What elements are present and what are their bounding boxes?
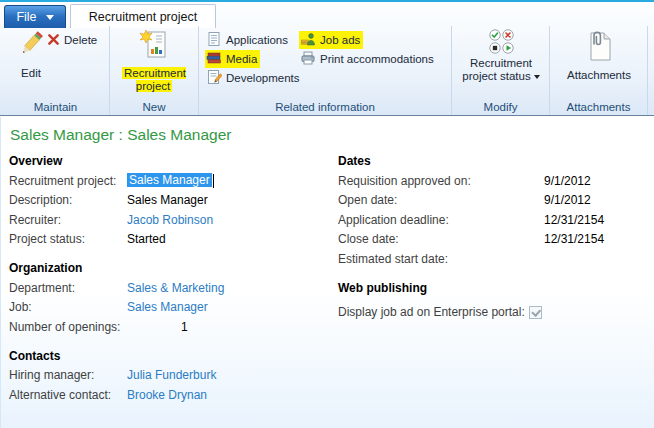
ribbon-group-modify: Recruitment project status Modify xyxy=(452,26,550,115)
tab-label: Recruitment project xyxy=(89,10,197,24)
delete-button-label: Delete xyxy=(64,34,97,46)
ribbon-group-maintain: Edit Delete Maintain xyxy=(2,26,110,115)
selected-text: Sales Manager xyxy=(127,173,212,187)
print-accommodations-label: Print accommodations xyxy=(320,53,434,65)
job-ads-button[interactable]: Job ads xyxy=(299,31,363,49)
field-label: Open date: xyxy=(338,193,544,207)
job-ads-icon xyxy=(300,31,316,49)
right-column: Dates Requisition approved on: 9/1/2012 … xyxy=(338,152,650,322)
field-recruitment-project: Recruitment project: Sales Manager xyxy=(9,171,331,191)
web-publishing-header: Web publishing xyxy=(338,279,650,298)
status-start-icon xyxy=(502,42,514,54)
field-value: 9/1/2012 xyxy=(544,174,591,188)
field-requisition-approved-on: Requisition approved on: 9/1/2012 xyxy=(338,171,650,191)
printer-icon xyxy=(300,50,316,68)
field-value: Started xyxy=(127,232,166,246)
new-project-document-icon xyxy=(138,29,170,64)
dates-header: Dates xyxy=(338,152,650,171)
attachments-button[interactable]: Attachments xyxy=(563,29,635,82)
field-open-date: Open date: 9/1/2012 xyxy=(338,191,650,211)
status-button-label: Recruitment project status xyxy=(462,57,532,82)
field-alternative-contact: Alternative contact: Brooke Drynan xyxy=(9,385,331,405)
field-label: Job: xyxy=(9,300,127,314)
recruiter-link[interactable]: Jacob Robinson xyxy=(127,213,213,227)
field-label: Hiring manager: xyxy=(9,368,127,382)
attachments-button-label: Attachments xyxy=(567,69,631,82)
field-display-job-ad: Display job ad on Enterprise portal: xyxy=(338,303,650,323)
field-number-of-openings: Number of openings: 1 xyxy=(9,317,331,337)
new-recruitment-project-button[interactable]: Recruitment project xyxy=(115,29,193,93)
hiring-manager-link[interactable]: Julia Funderburk xyxy=(127,368,216,382)
ribbon: Edit Delete Maintain Recruitment xyxy=(0,26,654,116)
delete-button[interactable]: Delete xyxy=(46,31,100,49)
developments-document-pencil-icon xyxy=(206,69,222,87)
field-recruiter: Recruiter: Jacob Robinson xyxy=(9,210,331,230)
group-label-new: New xyxy=(110,101,198,113)
field-application-deadline: Application deadline: 12/31/2154 xyxy=(338,210,650,230)
paperclip-document-icon xyxy=(584,29,614,66)
field-value: 9/1/2012 xyxy=(544,193,591,207)
media-button[interactable]: Media xyxy=(205,50,260,68)
status-cancel-icon xyxy=(502,29,514,41)
field-label: Project status: xyxy=(9,232,127,246)
field-description: Description: Sales Manager xyxy=(9,191,331,211)
field-label: Close date: xyxy=(338,232,544,246)
field-value: 12/31/2154 xyxy=(544,213,604,227)
file-menu-label: File xyxy=(16,10,36,24)
file-menu-button[interactable]: File xyxy=(4,5,66,28)
display-job-ad-checkbox xyxy=(529,306,542,319)
job-link[interactable]: Sales Manager xyxy=(127,300,208,314)
field-label: Application deadline: xyxy=(338,213,544,227)
field-hiring-manager: Hiring manager: Julia Funderburk xyxy=(9,366,331,386)
field-estimated-start-date: Estimated start date: xyxy=(338,249,650,269)
delete-x-icon xyxy=(47,33,60,48)
field-value[interactable]: Sales Manager xyxy=(127,193,208,207)
media-label: Media xyxy=(226,53,257,65)
department-link[interactable]: Sales & Marketing xyxy=(127,281,224,295)
applications-label: Applications xyxy=(226,34,288,46)
media-books-icon xyxy=(206,50,222,68)
left-column: Overview Recruitment project: Sales Mana… xyxy=(9,152,331,405)
organization-header: Organization xyxy=(9,259,331,278)
field-label: Display job ad on Enterprise portal: xyxy=(338,305,525,319)
field-close-date: Close date: 12/31/2154 xyxy=(338,230,650,250)
group-label-related-information: Related information xyxy=(199,101,451,113)
recruitment-project-status-button[interactable]: Recruitment project status xyxy=(453,29,549,83)
status-approve-icon xyxy=(489,29,501,41)
group-label-attachments: Attachments xyxy=(550,101,647,113)
field-label: Number of openings: xyxy=(9,320,127,334)
chevron-down-icon xyxy=(534,75,540,79)
field-value: 1 xyxy=(127,320,188,334)
applications-button[interactable]: Applications xyxy=(205,31,291,49)
alternative-contact-link[interactable]: Brooke Drynan xyxy=(127,388,207,402)
text-cursor xyxy=(213,174,214,188)
status-stop-icon xyxy=(489,42,501,54)
recruitment-project-input[interactable]: Sales Manager xyxy=(127,173,214,188)
field-label: Description: xyxy=(9,193,127,207)
field-label: Department: xyxy=(9,281,127,295)
chevron-down-icon xyxy=(46,15,54,20)
field-project-status: Project status: Started xyxy=(9,230,331,250)
applications-document-icon xyxy=(206,31,222,49)
pencil-icon xyxy=(16,29,46,64)
group-label-maintain: Maintain xyxy=(2,101,109,113)
overview-header: Overview xyxy=(9,152,331,171)
field-label: Recruiter: xyxy=(9,213,127,227)
field-label: Recruitment project: xyxy=(9,174,127,188)
field-label: Requisition approved on: xyxy=(338,174,544,188)
tab-recruitment-project[interactable]: Recruitment project xyxy=(70,4,216,28)
page-title: Sales Manager : Sales Manager xyxy=(10,126,231,144)
ribbon-group-attachments: Attachments Attachments xyxy=(550,26,648,115)
print-accommodations-button[interactable]: Print accommodations xyxy=(299,50,437,68)
new-recruitment-project-label: Recruitment project xyxy=(122,67,186,92)
tab-bar: File Recruitment project xyxy=(0,0,654,26)
developments-label: Developments xyxy=(226,72,300,84)
field-value: 12/31/2154 xyxy=(544,232,604,246)
field-department: Department: Sales & Marketing xyxy=(9,278,331,298)
developments-button[interactable]: Developments xyxy=(205,69,303,87)
form-content: Sales Manager : Sales Manager Overview R… xyxy=(0,117,654,428)
ribbon-group-related-information: Applications Media Developments Job ads … xyxy=(199,26,452,115)
field-job: Job: Sales Manager xyxy=(9,298,331,318)
status-circles-icon xyxy=(489,29,514,54)
edit-button-label: Edit xyxy=(21,67,41,80)
